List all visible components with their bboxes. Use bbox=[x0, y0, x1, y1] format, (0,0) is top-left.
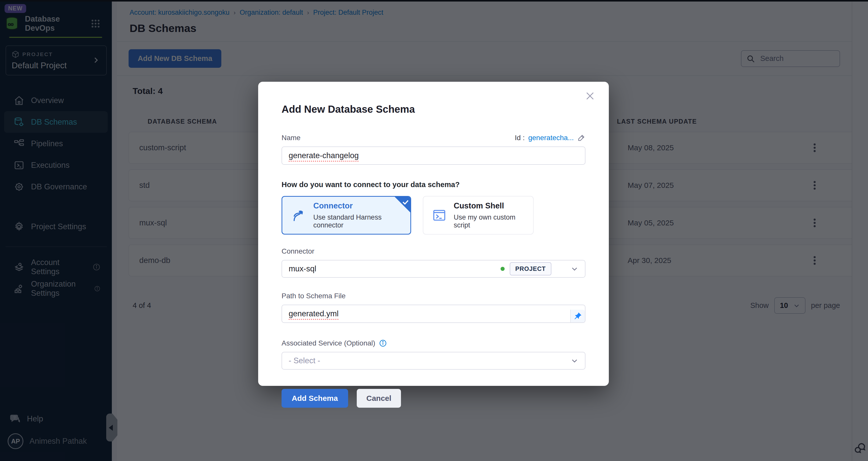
edit-pencil-icon[interactable] bbox=[577, 134, 585, 142]
connector-select[interactable]: mux-sql PROJECT bbox=[282, 260, 585, 278]
id-group: Id : generatecha... bbox=[515, 134, 585, 142]
service-select[interactable]: - Select - bbox=[282, 352, 585, 370]
pin-icon bbox=[574, 312, 582, 320]
scope-badge: PROJECT bbox=[510, 262, 551, 275]
chevron-down-icon bbox=[571, 357, 578, 365]
id-value-link[interactable]: generatecha... bbox=[528, 134, 574, 142]
connect-question: How do you want to connect to your data … bbox=[282, 180, 585, 189]
add-schema-button[interactable]: Add Schema bbox=[282, 389, 348, 408]
option-subtitle: Use my own custom script bbox=[454, 213, 533, 229]
path-input[interactable]: generated.yml bbox=[282, 305, 585, 323]
service-label: Associated Service (Optional) bbox=[282, 339, 375, 347]
path-label: Path to Schema File bbox=[282, 292, 346, 300]
connector-label: Connector bbox=[282, 247, 314, 255]
option-card-connector[interactable]: Connector Use standard Harness connector bbox=[282, 196, 411, 235]
name-label: Name bbox=[282, 134, 301, 142]
close-icon[interactable] bbox=[584, 90, 596, 102]
cancel-button[interactable]: Cancel bbox=[357, 389, 401, 408]
status-dot bbox=[501, 267, 505, 271]
option-title: Custom Shell bbox=[454, 201, 533, 210]
add-schema-modal: Add New Database Schema Name Id : genera… bbox=[258, 82, 609, 386]
name-input[interactable]: generate-changelog bbox=[282, 146, 585, 165]
path-field: generated.yml bbox=[282, 305, 585, 323]
connector-value: mux-sql bbox=[289, 264, 316, 273]
connection-options: Connector Use standard Harness connector… bbox=[282, 196, 585, 235]
connector-icon bbox=[291, 207, 306, 223]
info-icon[interactable] bbox=[379, 339, 387, 347]
option-card-custom-shell[interactable]: Custom Shell Use my own custom script bbox=[423, 196, 534, 235]
terminal-icon bbox=[432, 208, 447, 223]
service-placeholder: - Select - bbox=[289, 356, 320, 365]
name-input-value: generate-changelog bbox=[289, 151, 359, 160]
selected-check-icon bbox=[395, 197, 410, 212]
option-subtitle: Use standard Harness connector bbox=[313, 213, 410, 229]
path-input-value: generated.yml bbox=[289, 309, 338, 318]
modal-title: Add New Database Schema bbox=[282, 104, 585, 115]
pin-button[interactable] bbox=[570, 310, 585, 322]
id-prefix: Id : bbox=[515, 134, 525, 142]
chevron-down-icon bbox=[571, 265, 578, 273]
